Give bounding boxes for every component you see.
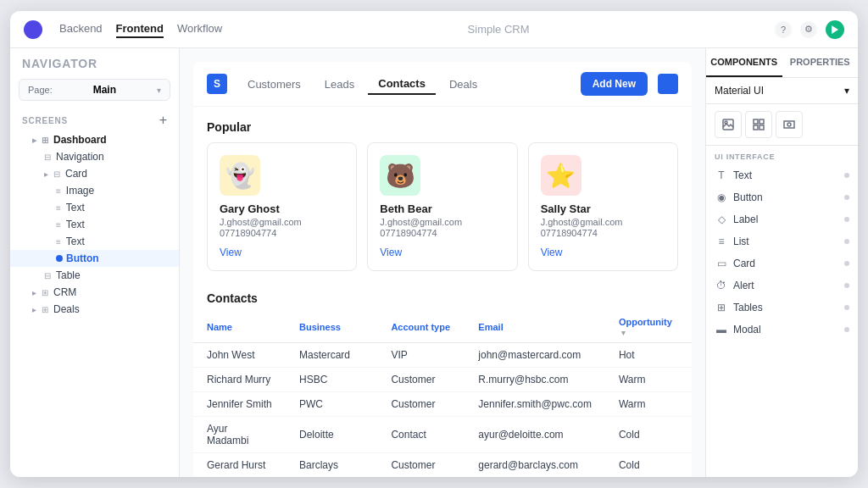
tree-item-dashboard[interactable]: ▸ ⊞ Dashboard — [10, 131, 179, 148]
component-icon-2: ⊟ — [53, 169, 60, 179]
card-view-beth[interactable]: View — [380, 247, 402, 258]
tree-item-button[interactable]: Button — [10, 250, 179, 267]
tree-item-image[interactable]: ≡ Image — [10, 182, 179, 199]
svg-rect-3 — [754, 119, 758, 124]
contacts-table: Name Business Account type Email Opportu… — [193, 312, 692, 477]
component-tables[interactable]: ⊞ Tables — [706, 297, 858, 319]
table-row[interactable]: Ayur Madambi Deloitte Contact ayur@deloi… — [193, 417, 692, 453]
tab-components[interactable]: COMPONENTS — [706, 48, 782, 77]
label-icon: ◇ — [715, 213, 728, 226]
popular-card-beth: 🐻 Beth Bear J.ghost@gmail.com 0771890477… — [367, 142, 517, 271]
tree-item-navigation[interactable]: ⊟ Navigation — [10, 148, 179, 165]
add-new-button[interactable]: Add New — [581, 72, 648, 96]
line-icon-3: ≡ — [56, 220, 61, 230]
sort-icon: ▾ — [621, 329, 626, 337]
col-business[interactable]: Business — [286, 312, 377, 343]
nav-backend[interactable]: Backend — [59, 20, 103, 38]
svg-marker-0 — [832, 25, 838, 34]
tab-deals[interactable]: Deals — [439, 75, 487, 94]
card-name-beth: Beth Bear — [380, 202, 431, 215]
component-modal[interactable]: ▬ Modal — [706, 319, 858, 341]
component-dot — [844, 217, 849, 222]
button-icon: ◉ — [715, 191, 728, 204]
add-screen-button[interactable]: + — [159, 113, 167, 128]
tab-contacts[interactable]: Contacts — [368, 74, 436, 95]
card-phone-sally: 07718904774 — [541, 228, 598, 238]
table-row[interactable]: Jennifer Smith PWC Customer Jennifer.smi… — [193, 392, 692, 417]
popular-title: Popular — [193, 107, 692, 142]
col-name[interactable]: Name — [193, 312, 286, 343]
component-alert[interactable]: ⏱ Alert — [706, 274, 858, 297]
help-icon[interactable]: ? — [775, 21, 792, 38]
play-button[interactable] — [826, 20, 844, 39]
ui-interface-label: UI INTERFACE — [706, 146, 858, 164]
tree-item-text-3[interactable]: ≡ Text — [10, 233, 179, 250]
right-sidebar: COMPONENTS PROPERTIES Material UI ▾ UI I… — [705, 48, 858, 477]
card-icon: ▭ — [715, 257, 728, 270]
grid-icon-2: ⊞ — [42, 288, 48, 297]
tree-item-card[interactable]: ▸ ⊟ Card — [10, 165, 179, 182]
framework-dropdown[interactable]: Material UI ▾ — [706, 78, 858, 104]
tables-icon: ⊞ — [715, 301, 728, 314]
component-dot — [844, 261, 849, 266]
app-logo — [24, 20, 42, 39]
table-row[interactable]: John West Mastercard VIP john@mastercard… — [193, 343, 692, 368]
avatar-gary: 👻 — [220, 155, 260, 196]
contacts-title: Contacts — [193, 285, 692, 312]
right-sidebar-tabs: COMPONENTS PROPERTIES — [706, 48, 858, 78]
col-opportunity[interactable]: Opportunity ▾ — [605, 312, 692, 343]
nav-frontend[interactable]: Frontend — [116, 20, 164, 38]
card-name-sally: Sally Star — [541, 202, 591, 215]
settings-icon[interactable]: ⚙ — [800, 21, 817, 38]
component-text[interactable]: T Text — [706, 164, 858, 186]
col-email[interactable]: Email — [465, 312, 605, 343]
text-icon: T — [715, 169, 728, 182]
component-icon: ⊟ — [44, 152, 51, 162]
card-view-sally[interactable]: View — [541, 247, 563, 258]
icon-box-grid[interactable] — [745, 111, 772, 138]
card-view-gary[interactable]: View — [220, 247, 242, 258]
component-label[interactable]: ◇ Label — [706, 208, 858, 230]
component-card[interactable]: ▭ Card — [706, 252, 858, 274]
component-list[interactable]: ≡ List — [706, 230, 858, 252]
icon-box-image[interactable] — [715, 111, 742, 138]
tab-customers[interactable]: Customers — [237, 75, 311, 94]
popular-cards: 👻 Gary Ghost J.ghost@gmail.com 077189047… — [193, 142, 692, 285]
component-dot — [844, 327, 849, 332]
svg-rect-4 — [760, 119, 764, 124]
tab-leads[interactable]: Leads — [314, 75, 364, 94]
table-icon: ⊟ — [44, 271, 51, 280]
modal-icon: ▬ — [715, 323, 728, 336]
tree-item-text-1[interactable]: ≡ Text — [10, 199, 179, 216]
table-row[interactable]: Richard Murry HSBC Customer R.murry@hsbc… — [193, 368, 692, 392]
top-bar-actions: ? ⚙ — [775, 20, 844, 39]
grid-icon: ⊞ — [42, 136, 48, 145]
alert-icon: ⏱ — [715, 279, 728, 292]
list-icon: ≡ — [715, 235, 728, 248]
blue-indicator — [658, 74, 678, 94]
tab-properties[interactable]: PROPERTIES — [782, 48, 859, 77]
component-dot — [844, 283, 849, 288]
screens-header: SCREENS + — [10, 106, 179, 131]
tree-item-deals[interactable]: ▸ ⊞ Deals — [10, 301, 179, 318]
tree-item-text-2[interactable]: ≡ Text — [10, 216, 179, 233]
page-selector[interactable]: Page: Main ▾ — [19, 79, 170, 101]
icon-box-photo[interactable] — [776, 111, 803, 138]
table-row[interactable]: Gerard Hurst Barclays Customer gerard@ba… — [193, 453, 692, 478]
top-nav: Backend Frontend Workflow — [59, 20, 222, 38]
card-email-beth: J.ghost@gmail.com — [380, 217, 462, 227]
tree-item-table[interactable]: ⊟ Table — [10, 267, 179, 284]
tree-item-crm[interactable]: ▸ ⊞ CRM — [10, 284, 179, 301]
svg-rect-5 — [754, 125, 758, 130]
col-account[interactable]: Account type — [377, 312, 465, 343]
card-phone-gary: 07718904774 — [220, 228, 276, 238]
component-dot — [844, 239, 849, 244]
card-phone-beth: 07718904774 — [380, 228, 437, 238]
component-button[interactable]: ◉ Button — [706, 186, 858, 208]
left-sidebar: NAVIGATOR Page: Main ▾ SCREENS + ▸ ⊞ Das… — [10, 48, 180, 477]
radio-icon — [56, 255, 63, 262]
nav-workflow[interactable]: Workflow — [177, 20, 222, 38]
svg-point-7 — [787, 123, 791, 126]
popular-card-sally: ⭐ Sally Star J.ghost@gmail.com 077189047… — [528, 142, 678, 271]
line-icon: ≡ — [56, 186, 61, 196]
